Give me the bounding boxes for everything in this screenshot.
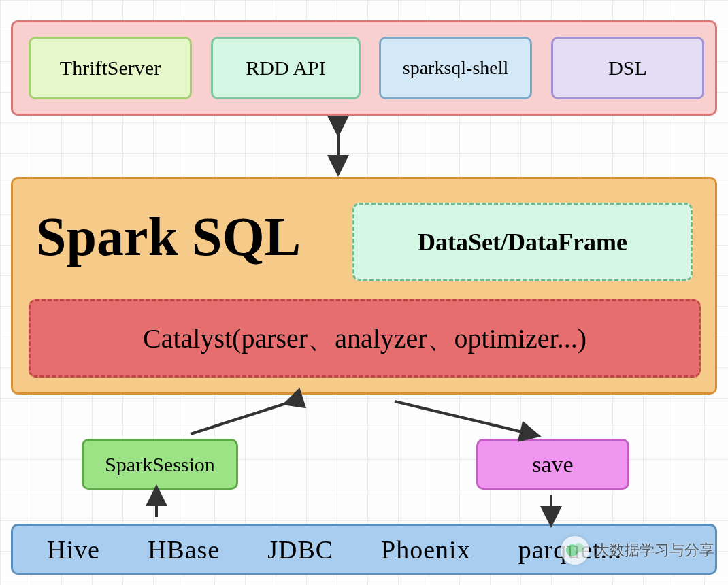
svg-line-1 — [191, 401, 293, 434]
svg-line-2 — [395, 401, 531, 434]
watermark: 大数据学习与分享 — [561, 536, 714, 565]
dsl-box: DSL — [551, 37, 704, 99]
save-box: save — [476, 439, 629, 490]
spark-session-box: SparkSession — [82, 439, 238, 490]
storage-phoenix: Phoenix — [381, 535, 471, 565]
storage-hive: Hive — [47, 535, 100, 565]
storage-jdbc: JDBC — [267, 535, 333, 565]
watermark-text: 大数据学习与分享 — [595, 540, 714, 561]
storage-hbase: HBase — [148, 535, 220, 565]
sparksql-shell-box: sparksql-shell — [379, 37, 532, 99]
spark-sql-title: Spark SQL — [36, 206, 301, 268]
dataset-dataframe-box: DataSet/DataFrame — [352, 203, 693, 281]
catalyst-box: Catalyst(parser、analyzer、optimizer...) — [29, 299, 701, 378]
wechat-icon — [561, 536, 589, 565]
rdd-api-box: RDD API — [211, 37, 361, 99]
thrift-server-box: ThriftServer — [29, 37, 192, 99]
